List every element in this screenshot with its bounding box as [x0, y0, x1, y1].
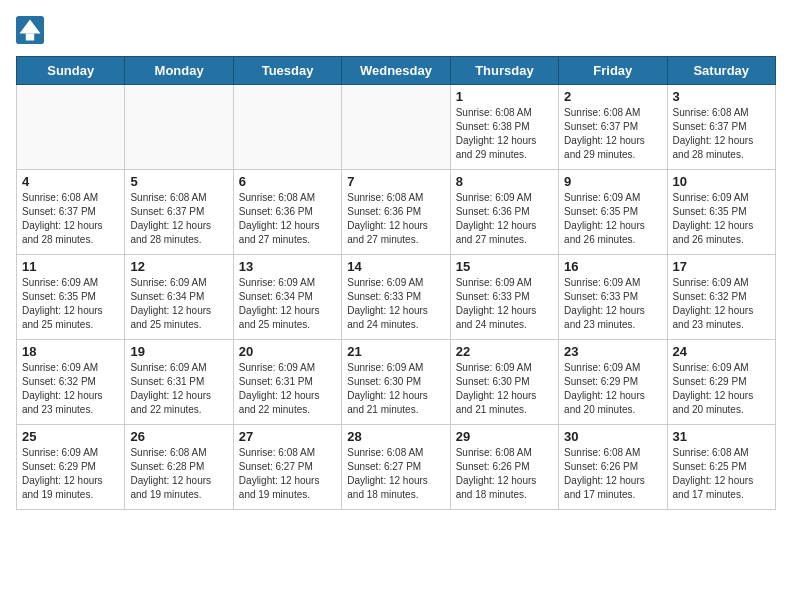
calendar-day-cell — [342, 85, 450, 170]
calendar-day-cell: 31Sunrise: 6:08 AM Sunset: 6:25 PM Dayli… — [667, 425, 775, 510]
calendar-week-row: 25Sunrise: 6:09 AM Sunset: 6:29 PM Dayli… — [17, 425, 776, 510]
day-number: 14 — [347, 259, 444, 274]
calendar-day-cell: 20Sunrise: 6:09 AM Sunset: 6:31 PM Dayli… — [233, 340, 341, 425]
calendar-day-cell: 29Sunrise: 6:08 AM Sunset: 6:26 PM Dayli… — [450, 425, 558, 510]
calendar-day-cell: 2Sunrise: 6:08 AM Sunset: 6:37 PM Daylig… — [559, 85, 667, 170]
day-info: Sunrise: 6:08 AM Sunset: 6:28 PM Dayligh… — [130, 446, 227, 502]
day-number: 29 — [456, 429, 553, 444]
day-number: 4 — [22, 174, 119, 189]
calendar-day-cell: 22Sunrise: 6:09 AM Sunset: 6:30 PM Dayli… — [450, 340, 558, 425]
day-info: Sunrise: 6:09 AM Sunset: 6:35 PM Dayligh… — [564, 191, 661, 247]
day-info: Sunrise: 6:09 AM Sunset: 6:32 PM Dayligh… — [22, 361, 119, 417]
day-number: 13 — [239, 259, 336, 274]
calendar-day-cell: 19Sunrise: 6:09 AM Sunset: 6:31 PM Dayli… — [125, 340, 233, 425]
day-of-week-header: Sunday — [17, 57, 125, 85]
calendar-day-cell: 11Sunrise: 6:09 AM Sunset: 6:35 PM Dayli… — [17, 255, 125, 340]
day-of-week-header: Thursday — [450, 57, 558, 85]
day-info: Sunrise: 6:09 AM Sunset: 6:36 PM Dayligh… — [456, 191, 553, 247]
day-number: 8 — [456, 174, 553, 189]
calendar-day-cell: 18Sunrise: 6:09 AM Sunset: 6:32 PM Dayli… — [17, 340, 125, 425]
day-number: 11 — [22, 259, 119, 274]
calendar-day-cell: 30Sunrise: 6:08 AM Sunset: 6:26 PM Dayli… — [559, 425, 667, 510]
day-of-week-header: Tuesday — [233, 57, 341, 85]
day-number: 1 — [456, 89, 553, 104]
logo — [16, 16, 48, 44]
day-info: Sunrise: 6:09 AM Sunset: 6:35 PM Dayligh… — [673, 191, 770, 247]
day-info: Sunrise: 6:09 AM Sunset: 6:35 PM Dayligh… — [22, 276, 119, 332]
calendar-day-cell: 16Sunrise: 6:09 AM Sunset: 6:33 PM Dayli… — [559, 255, 667, 340]
day-info: Sunrise: 6:08 AM Sunset: 6:26 PM Dayligh… — [456, 446, 553, 502]
day-number: 9 — [564, 174, 661, 189]
day-info: Sunrise: 6:08 AM Sunset: 6:37 PM Dayligh… — [564, 106, 661, 162]
day-of-week-header: Monday — [125, 57, 233, 85]
day-of-week-header: Wednesday — [342, 57, 450, 85]
calendar-day-cell — [233, 85, 341, 170]
day-info: Sunrise: 6:08 AM Sunset: 6:27 PM Dayligh… — [239, 446, 336, 502]
calendar-day-cell: 9Sunrise: 6:09 AM Sunset: 6:35 PM Daylig… — [559, 170, 667, 255]
svg-rect-2 — [26, 34, 34, 41]
day-number: 28 — [347, 429, 444, 444]
day-number: 22 — [456, 344, 553, 359]
calendar-day-cell: 15Sunrise: 6:09 AM Sunset: 6:33 PM Dayli… — [450, 255, 558, 340]
day-number: 23 — [564, 344, 661, 359]
calendar-week-row: 11Sunrise: 6:09 AM Sunset: 6:35 PM Dayli… — [17, 255, 776, 340]
day-info: Sunrise: 6:09 AM Sunset: 6:30 PM Dayligh… — [456, 361, 553, 417]
calendar-day-cell: 13Sunrise: 6:09 AM Sunset: 6:34 PM Dayli… — [233, 255, 341, 340]
day-number: 25 — [22, 429, 119, 444]
day-number: 17 — [673, 259, 770, 274]
calendar-week-row: 18Sunrise: 6:09 AM Sunset: 6:32 PM Dayli… — [17, 340, 776, 425]
calendar-day-cell: 7Sunrise: 6:08 AM Sunset: 6:36 PM Daylig… — [342, 170, 450, 255]
calendar-day-cell: 3Sunrise: 6:08 AM Sunset: 6:37 PM Daylig… — [667, 85, 775, 170]
day-info: Sunrise: 6:09 AM Sunset: 6:33 PM Dayligh… — [456, 276, 553, 332]
day-number: 5 — [130, 174, 227, 189]
calendar-day-cell: 10Sunrise: 6:09 AM Sunset: 6:35 PM Dayli… — [667, 170, 775, 255]
calendar-day-cell: 17Sunrise: 6:09 AM Sunset: 6:32 PM Dayli… — [667, 255, 775, 340]
day-number: 18 — [22, 344, 119, 359]
day-info: Sunrise: 6:08 AM Sunset: 6:38 PM Dayligh… — [456, 106, 553, 162]
day-number: 30 — [564, 429, 661, 444]
day-number: 12 — [130, 259, 227, 274]
calendar-day-cell: 24Sunrise: 6:09 AM Sunset: 6:29 PM Dayli… — [667, 340, 775, 425]
day-number: 19 — [130, 344, 227, 359]
day-info: Sunrise: 6:09 AM Sunset: 6:33 PM Dayligh… — [564, 276, 661, 332]
calendar-day-cell — [17, 85, 125, 170]
day-info: Sunrise: 6:09 AM Sunset: 6:29 PM Dayligh… — [564, 361, 661, 417]
calendar-day-cell: 27Sunrise: 6:08 AM Sunset: 6:27 PM Dayli… — [233, 425, 341, 510]
day-number: 26 — [130, 429, 227, 444]
day-number: 6 — [239, 174, 336, 189]
calendar-day-cell: 1Sunrise: 6:08 AM Sunset: 6:38 PM Daylig… — [450, 85, 558, 170]
calendar-header-row: SundayMondayTuesdayWednesdayThursdayFrid… — [17, 57, 776, 85]
day-number: 15 — [456, 259, 553, 274]
calendar-day-cell: 8Sunrise: 6:09 AM Sunset: 6:36 PM Daylig… — [450, 170, 558, 255]
calendar-day-cell: 28Sunrise: 6:08 AM Sunset: 6:27 PM Dayli… — [342, 425, 450, 510]
day-info: Sunrise: 6:09 AM Sunset: 6:32 PM Dayligh… — [673, 276, 770, 332]
calendar-table: SundayMondayTuesdayWednesdayThursdayFrid… — [16, 56, 776, 510]
day-info: Sunrise: 6:09 AM Sunset: 6:34 PM Dayligh… — [239, 276, 336, 332]
calendar-day-cell: 5Sunrise: 6:08 AM Sunset: 6:37 PM Daylig… — [125, 170, 233, 255]
day-info: Sunrise: 6:09 AM Sunset: 6:29 PM Dayligh… — [673, 361, 770, 417]
calendar-day-cell: 4Sunrise: 6:08 AM Sunset: 6:37 PM Daylig… — [17, 170, 125, 255]
day-number: 2 — [564, 89, 661, 104]
day-info: Sunrise: 6:08 AM Sunset: 6:25 PM Dayligh… — [673, 446, 770, 502]
calendar-day-cell: 26Sunrise: 6:08 AM Sunset: 6:28 PM Dayli… — [125, 425, 233, 510]
day-info: Sunrise: 6:09 AM Sunset: 6:29 PM Dayligh… — [22, 446, 119, 502]
day-number: 21 — [347, 344, 444, 359]
day-info: Sunrise: 6:09 AM Sunset: 6:30 PM Dayligh… — [347, 361, 444, 417]
day-info: Sunrise: 6:09 AM Sunset: 6:33 PM Dayligh… — [347, 276, 444, 332]
day-number: 27 — [239, 429, 336, 444]
day-of-week-header: Friday — [559, 57, 667, 85]
calendar-day-cell: 23Sunrise: 6:09 AM Sunset: 6:29 PM Dayli… — [559, 340, 667, 425]
calendar-day-cell — [125, 85, 233, 170]
day-info: Sunrise: 6:08 AM Sunset: 6:37 PM Dayligh… — [130, 191, 227, 247]
day-info: Sunrise: 6:08 AM Sunset: 6:36 PM Dayligh… — [347, 191, 444, 247]
day-info: Sunrise: 6:09 AM Sunset: 6:31 PM Dayligh… — [239, 361, 336, 417]
calendar-day-cell: 25Sunrise: 6:09 AM Sunset: 6:29 PM Dayli… — [17, 425, 125, 510]
day-info: Sunrise: 6:08 AM Sunset: 6:36 PM Dayligh… — [239, 191, 336, 247]
day-info: Sunrise: 6:08 AM Sunset: 6:26 PM Dayligh… — [564, 446, 661, 502]
day-info: Sunrise: 6:09 AM Sunset: 6:31 PM Dayligh… — [130, 361, 227, 417]
day-number: 3 — [673, 89, 770, 104]
calendar-day-cell: 14Sunrise: 6:09 AM Sunset: 6:33 PM Dayli… — [342, 255, 450, 340]
header — [16, 16, 776, 44]
day-number: 24 — [673, 344, 770, 359]
day-info: Sunrise: 6:08 AM Sunset: 6:37 PM Dayligh… — [22, 191, 119, 247]
